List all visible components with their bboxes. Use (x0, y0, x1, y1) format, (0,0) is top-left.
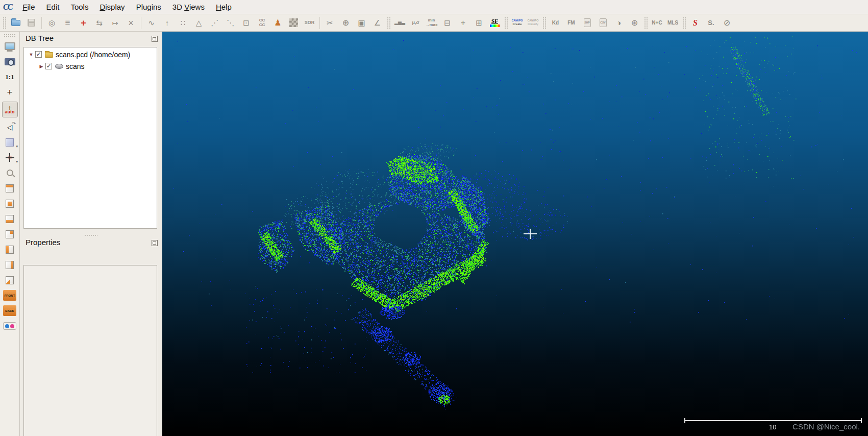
tree-item-label: scans.pcd (/home/oem) (56, 51, 130, 59)
properties-float-button[interactable] (152, 240, 158, 246)
menu-help[interactable]: Help (210, 1, 237, 13)
chunk-tool-button[interactable] (286, 15, 302, 31)
toggle-properties-list-icon: ≡ (65, 18, 70, 27)
cross-section-box-button[interactable]: ▣ (354, 15, 369, 31)
view-back-button[interactable] (1, 228, 19, 240)
spline-fit-button[interactable]: S. (703, 15, 719, 31)
filter-by-value-button[interactable]: min→max (424, 15, 439, 31)
compute-mesh-button[interactable]: △ (191, 15, 207, 31)
export-csv-icon: CSV (600, 18, 607, 27)
rotate-view-button[interactable]: ◁↷ (1, 120, 19, 133)
sf-colorbar-button[interactable]: SF (487, 15, 503, 31)
point-list-picking-button[interactable]: ⊡ (238, 15, 254, 31)
trace-polyline-button[interactable]: ∠ (369, 15, 385, 31)
mesh-to-cloud-button[interactable]: ⋱ (222, 15, 238, 31)
toolbar-drag-handle[interactable] (644, 17, 648, 29)
delete-scalar-field-button[interactable]: ⊟ (439, 15, 455, 31)
canupo-classify-button[interactable]: CANUPOClassify (525, 15, 541, 31)
visibility-checkbox[interactable]: ✓ (35, 51, 42, 58)
compute-statistics-button[interactable]: μ,σ (408, 15, 424, 31)
add-constant-sf-button[interactable]: + (455, 15, 471, 31)
3d-viewport[interactable]: 10 CSDN @Nice_cool. (162, 32, 868, 436)
menu-edit[interactable]: Edit (41, 1, 65, 13)
toolbar-drag-handle[interactable] (542, 17, 546, 29)
main-toolbar: ◎≡+⇆↦×∿↑∷△⋰⋱⊡CCCC♟SOR✂⊕▣∠▂▅▃μ,σmin→max⊟+… (0, 14, 868, 32)
subsample-cloud-button[interactable]: ∷ (175, 15, 191, 31)
view-back-button-button[interactable]: BACK (1, 304, 19, 317)
bbox-display-button[interactable]: ▾ (1, 136, 19, 149)
sphere-tool-button[interactable]: ◑ (611, 15, 627, 31)
compute-normals-button[interactable]: ↑ (159, 15, 175, 31)
render-display-options-button[interactable] (1, 40, 19, 53)
pick-rotation-center-button[interactable]: ◎ (44, 15, 60, 31)
expander-icon[interactable]: ▶ (38, 64, 44, 69)
view-right-button[interactable] (1, 258, 19, 271)
toolbar-drag-handle[interactable] (387, 17, 390, 29)
db-tree-float-button[interactable] (152, 36, 158, 42)
stereo-mode-button[interactable] (1, 320, 19, 332)
menu-tools[interactable]: Tools (65, 1, 94, 13)
mls-smoothing-button[interactable]: MLS (665, 15, 681, 31)
dropdown-caret-icon[interactable]: ▾ (16, 144, 18, 149)
export-csv-button[interactable]: CSV (595, 15, 611, 31)
view-top-button[interactable] (1, 182, 19, 195)
properties-drag-handle[interactable] (84, 234, 97, 237)
facets-fm-button[interactable]: FM (563, 15, 579, 31)
toolbar-drag-handle[interactable] (682, 17, 686, 29)
dropdown-caret-icon[interactable]: ▾ (16, 160, 18, 164)
clone-entity-button[interactable]: ⇆ (91, 15, 107, 31)
menu-plugins[interactable]: Plugins (131, 1, 167, 13)
menu-display[interactable]: Display (94, 1, 130, 13)
tree-row-scans.pcd[interactable]: ▼✓scans.pcd (/home/oem) (24, 50, 157, 59)
expander-icon[interactable]: ▼ (28, 52, 34, 57)
view-front-button[interactable] (1, 197, 19, 210)
view-left-button[interactable] (1, 243, 19, 256)
open-file-button[interactable] (8, 15, 23, 31)
compute-mesh-icon: △ (196, 19, 202, 27)
cloud-mesh-distance-button[interactable]: ♟ (270, 15, 286, 31)
toggle-properties-list-button[interactable]: ≡ (60, 15, 76, 31)
pan-mode-button[interactable]: ▾ (1, 151, 19, 164)
screenshot-button[interactable] (1, 55, 19, 68)
surface-of-revolution-button[interactable]: ⊘ (719, 15, 735, 31)
save-file-button[interactable] (23, 15, 39, 31)
segment-extract-button[interactable]: ∿ (143, 15, 159, 31)
tree-row-scans[interactable]: ▶✓scans (24, 61, 157, 71)
merge-clouds-button[interactable]: ↦ (107, 15, 123, 31)
cloudcompare-logo-icon: CC (0, 3, 17, 12)
sphere-tool-icon: ◑ (616, 19, 621, 27)
interactive-transformation-button[interactable]: ⊕ (338, 15, 354, 31)
delete-entity-button[interactable]: × (123, 15, 139, 31)
mesh-to-cloud-icon: ⋱ (227, 19, 234, 27)
pick-rotation-center-button[interactable]: + (1, 86, 19, 99)
zoom-1-1-button[interactable]: 1:1 (1, 70, 19, 83)
kd-tree-button[interactable]: Kd (548, 15, 563, 31)
visibility-checkbox[interactable]: ✓ (45, 63, 52, 69)
zoom-tool-button[interactable] (1, 166, 19, 179)
cross-section-box-icon: ▣ (358, 19, 365, 27)
normals-plus-curvature-button[interactable]: N+C (649, 15, 665, 31)
scissors-segment-button[interactable]: ✂ (322, 15, 338, 31)
zoom-1-1-icon: 1:1 (5, 73, 14, 81)
globe-tool-button[interactable]: ⊛ (627, 15, 642, 31)
view-front-button-button[interactable]: FRONT (1, 289, 19, 302)
sor-filter-button[interactable]: SOR (302, 15, 317, 31)
scissors-segment-icon: ✂ (327, 19, 333, 27)
toolbar-drag-handle[interactable] (4, 34, 16, 37)
canupo-create-button[interactable]: CANUPOCreate (509, 15, 525, 31)
show-histogram-icon: ▂▅▃ (394, 20, 405, 25)
menu-file[interactable]: File (17, 1, 40, 13)
spline-red-button[interactable]: S (687, 15, 703, 31)
view-bottom-button[interactable] (1, 212, 19, 225)
view-iso-button[interactable] (1, 274, 19, 286)
export-shp-button[interactable]: SHP (579, 15, 595, 31)
sample-points-on-mesh-button[interactable]: ⋰ (207, 15, 222, 31)
align-point-pairs-button[interactable]: + (76, 15, 91, 31)
toolbar-drag-handle[interactable] (504, 17, 508, 29)
menu-3d-views[interactable]: 3D Views (167, 1, 210, 13)
cloud-cloud-distance-button[interactable]: CCCC (254, 15, 270, 31)
sf-arithmetic-button[interactable]: ⊞ (471, 15, 487, 31)
point-cloud-canvas[interactable] (162, 32, 868, 436)
auto-pick-center-button[interactable]: +auto (1, 101, 19, 118)
show-histogram-button[interactable]: ▂▅▃ (392, 15, 408, 31)
